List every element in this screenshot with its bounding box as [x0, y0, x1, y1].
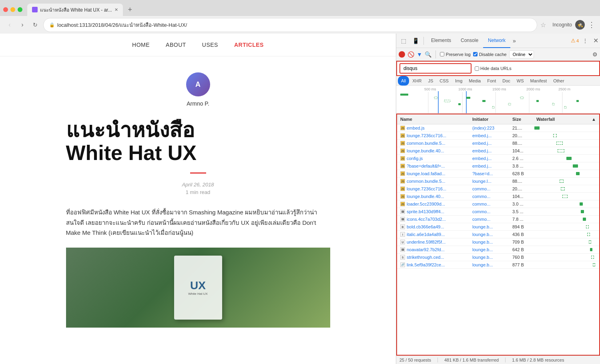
file-icon: JS	[400, 186, 405, 191]
warning-badge: ⚠ 4	[571, 38, 579, 44]
filter-img[interactable]: Img	[452, 76, 466, 86]
filter-all[interactable]: All	[398, 76, 409, 86]
table-row[interactable]: JS ?base=default&f=... embed.j... 3.8 ..…	[397, 162, 599, 170]
tab-network[interactable]: Network	[483, 34, 510, 48]
svg-rect-17	[482, 100, 486, 102]
author-section: A Armno P.	[66, 72, 330, 107]
table-row[interactable]: 🖼 icons.4cc7a703d2... commo... 7.8 ...	[397, 216, 599, 223]
throttling-select[interactable]: Online	[509, 50, 534, 58]
table-row[interactable]: U underline.59f82f5f... lounge.b... 709 …	[397, 238, 599, 246]
table-row[interactable]: JS lounge.bundle.40... commo... 104...	[397, 193, 599, 200]
table-row[interactable]: B bold.cb366e6a49... lounge.b... 894 B	[397, 223, 599, 231]
table-row[interactable]: JS embed.js (index):223 21....	[397, 124, 599, 132]
cell-name: JS common.bundle.5...	[397, 140, 469, 146]
incognito-area: Incognito 🕵	[552, 20, 585, 30]
filter-xhr[interactable]: XHR	[409, 76, 425, 86]
minimize-traffic-light[interactable]	[10, 7, 15, 12]
forward-button[interactable]: ›	[18, 20, 27, 30]
warning-icon: ⚠	[571, 38, 576, 44]
address-bar: ‹ › ↻ 🔒 localhost:1313/2018/04/26/แนะนำห…	[0, 16, 600, 34]
url-bar[interactable]: 🔒 localhost:1313/2018/04/26/แนะนำหนังสือ…	[43, 18, 537, 32]
filter-icon[interactable]: ▼	[417, 51, 422, 58]
tab-elements[interactable]: Elements	[426, 34, 456, 48]
table-row[interactable]: JS config.js embed.j... 2.6 ...	[397, 155, 599, 162]
disable-cache-input[interactable]	[473, 52, 478, 56]
record-button[interactable]	[399, 51, 405, 58]
maximize-traffic-light[interactable]	[18, 7, 22, 12]
table-row[interactable]: S strikethrough.ced... lounge.b... 760 B	[397, 254, 599, 261]
reload-button[interactable]: ↻	[30, 20, 40, 30]
col-waterfall[interactable]: Waterfall ▲	[533, 116, 599, 122]
nav-item-articles[interactable]: ARTICLES	[234, 42, 264, 48]
table-row[interactable]: I italic.a6e1da4a89... lounge.b... 436 B	[397, 231, 599, 238]
cell-name: JS lounge.7236cc716...	[397, 132, 469, 139]
cell-waterfall	[533, 148, 599, 153]
filter-css[interactable]: CSS	[436, 76, 452, 86]
hide-data-urls-checkbox[interactable]: Hide data URLs	[475, 66, 512, 71]
table-row[interactable]: 🖼 noavatar92.7b2fd... lounge.b... 642 B	[397, 246, 599, 254]
waterfall-bar	[566, 157, 572, 160]
table-row[interactable]: 🔗 link.5ef9a39f22ce... lounge.b... 877 B	[397, 261, 599, 269]
cell-initiator: embed.j...	[469, 140, 509, 146]
filter-doc[interactable]: Doc	[499, 76, 514, 86]
nav-item-uses[interactable]: USES	[202, 42, 218, 48]
device-toolbar-button[interactable]: 📱	[410, 35, 421, 46]
waterfall-bar	[583, 218, 586, 221]
bookmark-icon[interactable]: ☆	[540, 21, 546, 29]
table-row[interactable]: JS common.bundle.5... embed.j... 88....	[397, 140, 599, 147]
filter-ws[interactable]: WS	[514, 76, 527, 86]
filter-js[interactable]: JS	[425, 76, 436, 86]
settings-icon[interactable]: ⚙	[592, 51, 598, 58]
clear-button[interactable]: 🚫	[407, 51, 414, 58]
hide-data-urls-input[interactable]	[475, 66, 479, 71]
preserve-log-checkbox[interactable]: Preserve log	[440, 52, 471, 57]
more-menu-button[interactable]: ⋮	[588, 20, 595, 29]
cell-waterfall	[533, 194, 599, 199]
article-date: April 26, 2018	[66, 182, 330, 188]
table-row[interactable]: JS lounge.7236cc716... commo... 20....	[397, 185, 599, 193]
cell-waterfall	[533, 232, 599, 237]
cell-waterfall	[533, 202, 599, 206]
table-row[interactable]: JS lounge.bundle.40... embed.j... 104...	[397, 147, 599, 155]
cell-waterfall	[533, 133, 599, 138]
article-paragraph: ที่ออฟฟิศมีหนังสือ White Hat UX ที่สั่งซ…	[66, 207, 330, 238]
tab-console[interactable]: Console	[456, 34, 483, 48]
devtools-tabs: Elements Console Network »	[426, 34, 570, 48]
back-button[interactable]: ‹	[5, 20, 14, 30]
filter-font[interactable]: Font	[484, 76, 499, 86]
inspect-element-button[interactable]: ⬚	[398, 35, 409, 46]
new-tab-button[interactable]: +	[124, 4, 136, 15]
file-icon: JS	[400, 148, 405, 153]
search-icon[interactable]: 🔍	[425, 51, 431, 58]
filter-other[interactable]: Other	[550, 76, 568, 86]
table-row[interactable]: JS common.bundle.5... lounge.l... 88....	[397, 178, 599, 185]
close-traffic-light[interactable]	[3, 7, 8, 12]
devtools-close-button[interactable]: ✕	[593, 37, 598, 44]
col-size[interactable]: Size	[509, 116, 533, 122]
table-row[interactable]: JS lounge.load.fa8ad... ?base=d... 628 B	[397, 170, 599, 178]
tab-close-button[interactable]: ✕	[114, 7, 118, 12]
nav-item-about[interactable]: ABOUT	[166, 42, 186, 48]
file-icon: JS	[400, 179, 405, 184]
active-tab[interactable]: แนะนำหนังสือ White Hat UX - ar... ✕	[27, 4, 123, 16]
filter-bar: Hide data URLs	[396, 61, 600, 76]
table-row[interactable]: JS loader.5cc23909d... commo... 3.0 ...	[397, 200, 599, 208]
waterfall-bar	[558, 149, 564, 152]
waterfall-bar	[573, 164, 578, 168]
more-tabs-button[interactable]: »	[510, 36, 518, 46]
nav-item-home[interactable]: HOME	[132, 42, 150, 48]
col-initiator[interactable]: Initiator	[469, 116, 509, 122]
filter-media[interactable]: Media	[466, 76, 484, 86]
disable-cache-checkbox[interactable]: Disable cache	[473, 52, 507, 57]
svg-rect-12	[400, 94, 408, 96]
filter-manifest[interactable]: Manifest	[527, 76, 550, 86]
table-row[interactable]: JS lounge.7236cc716... embed.j... 20....	[397, 132, 599, 140]
table-row[interactable]: 🖼 sprite.b4130d9ff4... commo... 3.5 ...	[397, 208, 599, 216]
preserve-log-input[interactable]	[440, 52, 444, 56]
cell-size: 104...	[509, 193, 533, 200]
devtools-more-button[interactable]: ⋮	[580, 35, 591, 46]
col-name[interactable]: Name	[397, 116, 469, 122]
tab-bar: แนะนำหนังสือ White Hat UX - ar... ✕ +	[0, 0, 600, 16]
status-bar: 25 / 50 requests 481 KB / 1.6 MB transfe…	[396, 356, 600, 364]
filter-input[interactable]	[399, 63, 472, 74]
